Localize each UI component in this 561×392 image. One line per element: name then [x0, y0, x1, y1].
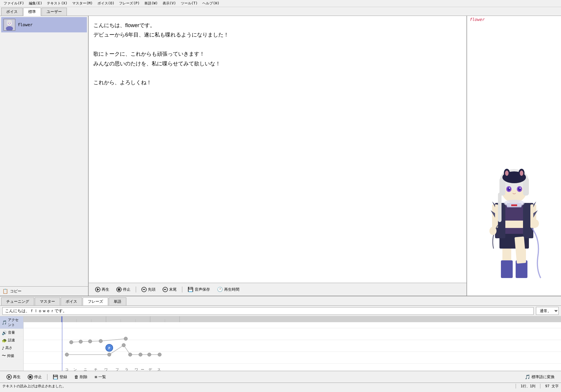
style-select[interactable]: 通常。 — [536, 307, 559, 315]
to-end-icon: ⏭ — [163, 287, 168, 292]
list-button[interactable]: ≡ 一覧 — [92, 373, 109, 381]
tab-standard[interactable]: 標準 — [23, 8, 41, 16]
svg-text:ニ: ニ — [84, 368, 87, 371]
tuning-content: 🎵 アクセント 🔊 音量 🐢 話速 ♪ 高さ 〜 抑揚 — [0, 316, 561, 371]
play-label: 再生 — [102, 287, 109, 292]
svg-rect-13 — [504, 221, 524, 228]
volume-text: 音量 — [8, 330, 15, 335]
menu-word[interactable]: 単語(W) — [142, 0, 160, 6]
accent-icon: 🎵 — [2, 320, 7, 325]
main-layout: flower 📋 コピー こんにちは、flowerです。 デビューから6年目、遂… — [0, 16, 561, 296]
svg-point-70 — [107, 353, 111, 356]
register-label: 登録 — [59, 374, 67, 380]
menu-voice[interactable]: ボイス(O) — [95, 0, 117, 6]
delete-label: 削除 — [80, 374, 87, 380]
graph-svg: P コ ン ニ チ ワ フ ラ ワ — [24, 316, 561, 371]
to-start-label: 先頭 — [148, 287, 155, 292]
svg-text:ー: ー — [141, 368, 144, 371]
tab-voice-tuning[interactable]: ボイス — [61, 297, 82, 305]
tb-stop-button[interactable]: 停止 — [25, 373, 45, 381]
save-audio-button[interactable]: 💾 音声保存 — [185, 285, 213, 293]
playback-bar: 再生 停止 ⏮ 先頭 ⏭ 末尾 💾 音声保存 🕐 再生時間 — [89, 283, 466, 296]
menu-phrase[interactable]: フレーズ(P) — [117, 0, 142, 6]
svg-point-27 — [505, 171, 509, 176]
svg-point-33 — [509, 188, 510, 189]
tuning-graph[interactable]: P コ ン ニ チ ワ フ ラ ワ — [24, 316, 561, 371]
tuning-panel: チューニング マスター ボイス フレーズ 単語 通常。 🎵 アクセント 🔊 音量… — [0, 296, 561, 383]
tab-word[interactable]: 単語 — [109, 297, 126, 305]
register-button[interactable]: 💾 登録 — [50, 373, 70, 381]
label-accent[interactable]: 🎵 アクセント — [0, 316, 23, 329]
label-pitch[interactable]: ♪ 高さ — [0, 344, 23, 352]
convert-label: 標準語に変換 — [532, 374, 555, 380]
to-start-icon: ⏮ — [141, 287, 147, 292]
svg-point-71 — [122, 343, 125, 347]
svg-text:チ: チ — [94, 368, 97, 371]
pitch-text: 高さ — [5, 345, 12, 350]
svg-point-69 — [65, 353, 69, 356]
phrase-input[interactable] — [2, 307, 534, 315]
menu-text[interactable]: テキスト(X) — [44, 0, 70, 6]
svg-text:コ: コ — [65, 368, 69, 371]
copy-label: コピー — [10, 289, 21, 294]
main-text-area[interactable]: こんにちは、flowerです。 デビューから6年目、遂に私も喋れるようになりまし… — [89, 16, 466, 283]
tab-phrase[interactable]: フレーズ — [83, 297, 108, 305]
svg-rect-37 — [511, 204, 517, 206]
menu-file[interactable]: ファイル(F) — [1, 0, 27, 6]
to-end-button[interactable]: ⏭ 末尾 — [160, 286, 180, 293]
left-panel: flower 📋 コピー — [0, 16, 88, 296]
svg-point-43 — [532, 219, 539, 228]
list-label: 一覧 — [98, 374, 106, 380]
tb-play-icon — [6, 374, 12, 380]
convert-button[interactable]: 🎵 標準語に変換 — [522, 373, 557, 381]
label-speed[interactable]: 🐢 話速 — [0, 337, 23, 344]
play-time-button[interactable]: 🕐 再生時間 — [214, 285, 242, 293]
voice-name: flower — [18, 22, 33, 27]
label-volume[interactable]: 🔊 音量 — [0, 329, 23, 337]
svg-point-72 — [128, 353, 132, 356]
svg-text:デ: デ — [148, 368, 152, 371]
stop-label: 停止 — [123, 287, 130, 292]
menu-tools[interactable]: ツール(T) — [178, 0, 200, 6]
tb-stop-icon — [28, 374, 33, 380]
svg-point-42 — [489, 227, 497, 235]
tab-user[interactable]: ユーザー — [42, 8, 67, 16]
tb-play-button[interactable]: 再生 — [4, 373, 24, 381]
menu-help[interactable]: ヘルプ(H) — [200, 0, 222, 6]
delete-button[interactable]: 🗑 削除 — [71, 373, 90, 381]
svg-point-73 — [139, 353, 142, 356]
char-image — [473, 23, 555, 296]
menu-edit[interactable]: 編集(E) — [27, 0, 45, 6]
label-intonation[interactable]: 〜 抑揚 — [0, 352, 23, 360]
play-button[interactable]: 再生 — [92, 286, 112, 293]
svg-text:ワ: ワ — [104, 368, 108, 371]
svg-point-63 — [79, 340, 82, 343]
menu-view[interactable]: 表示(V) — [160, 0, 178, 6]
svg-text:P: P — [108, 346, 110, 350]
tab-master[interactable]: マスター — [35, 297, 60, 305]
svg-text:フ: フ — [115, 368, 119, 371]
copy-button[interactable]: 📋 コピー — [0, 286, 88, 296]
svg-point-3 — [8, 23, 9, 24]
svg-point-34 — [519, 188, 521, 189]
tab-voice[interactable]: ボイス — [1, 8, 23, 16]
tab-tuning[interactable]: チューニング — [1, 297, 34, 305]
menu-master[interactable]: マスター(M) — [70, 0, 95, 6]
avatar — [4, 19, 15, 31]
to-start-button[interactable]: ⏮ 先頭 — [138, 286, 158, 293]
tuning-bottom-bar: 再生 停止 💾 登録 🗑 削除 ≡ 一覧 🎵 標準語に変換 — [0, 371, 561, 383]
phrase-input-row: 通常。 — [0, 306, 561, 316]
speed-text: 話速 — [8, 338, 15, 343]
stop-button[interactable]: 停止 — [113, 286, 133, 293]
menubar: ファイル(F) 編集(E) テキスト(X) マスター(M) ボイス(O) フレー… — [0, 0, 561, 7]
voice-item-flower[interactable]: flower — [1, 17, 87, 32]
svg-rect-23 — [498, 193, 502, 222]
delete-icon: 🗑 — [74, 374, 79, 380]
stop-icon — [116, 287, 122, 292]
pitch-icon: ♪ — [2, 346, 4, 350]
statusbar-right: 1行、1列 97 文字 — [516, 384, 559, 389]
svg-point-4 — [10, 23, 11, 24]
statusbar: テキストの読み上げは停止されました。 1行、1列 97 文字 — [0, 383, 561, 390]
tb-stop-label: 停止 — [34, 374, 42, 380]
convert-icon: 🎵 — [525, 374, 530, 380]
